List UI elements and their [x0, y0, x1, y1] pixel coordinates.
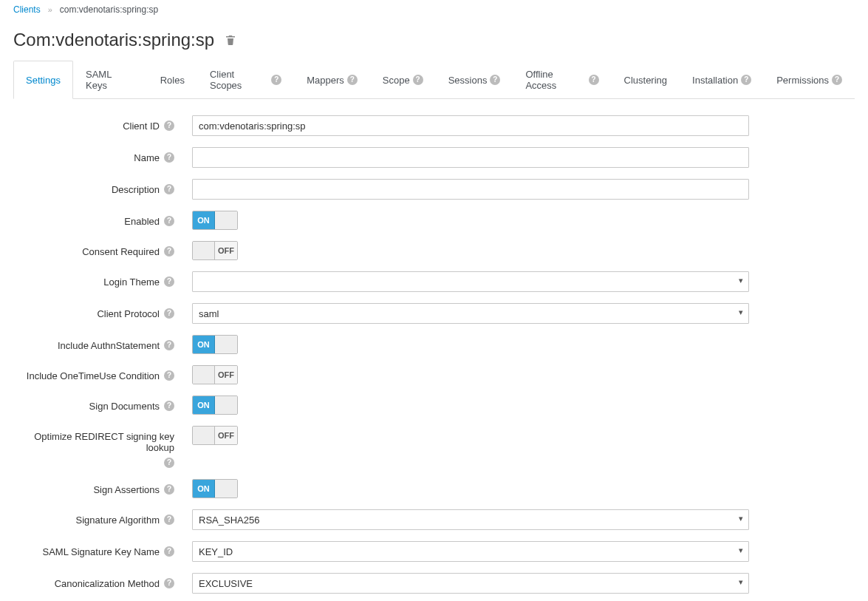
help-icon[interactable]: ? [164, 340, 174, 350]
help-icon[interactable]: ? [164, 515, 174, 525]
help-icon[interactable]: ? [164, 246, 174, 257]
page-title-text: Com:vdenotaris:spring:sp [13, 30, 214, 50]
help-icon[interactable]: ? [164, 370, 174, 381]
tab-client-scopes[interactable]: Client Scopes? [197, 61, 294, 99]
help-icon: ? [589, 75, 599, 85]
tab-saml-keys-label: SAML Keys [86, 69, 135, 91]
tab-settings-label: Settings [26, 75, 61, 86]
tab-roles-label: Roles [160, 75, 185, 86]
consent-required-toggle[interactable]: ONOFF [192, 241, 238, 260]
include-onetime-label: Include OneTimeUse Condition [27, 370, 160, 381]
tabs: Settings SAML Keys Roles Client Scopes? … [13, 61, 855, 99]
login-theme-label: Login Theme [103, 276, 160, 288]
name-label: Name [134, 152, 160, 163]
help-icon: ? [832, 75, 842, 85]
help-icon: ? [490, 75, 500, 85]
help-icon[interactable]: ? [164, 276, 174, 287]
include-authn-toggle[interactable]: ONOFF [192, 335, 238, 354]
description-input[interactable] [192, 179, 749, 200]
trash-icon [225, 34, 236, 46]
toggle-off-label: OFF [215, 211, 237, 229]
toggle-off-label: OFF [215, 480, 237, 498]
tab-client-scopes-label: Client Scopes [210, 69, 268, 91]
toggle-on-label: ON [193, 396, 215, 414]
help-icon[interactable]: ? [164, 484, 174, 495]
tab-clustering-label: Clustering [624, 75, 668, 86]
tab-permissions-label: Permissions [776, 75, 829, 86]
help-icon[interactable]: ? [164, 458, 174, 468]
sign-assertions-toggle[interactable]: ONOFF [192, 479, 238, 498]
tab-roles[interactable]: Roles [148, 61, 197, 99]
tab-offline-access[interactable]: Offline Access? [513, 61, 611, 99]
tab-settings[interactable]: Settings [13, 61, 73, 99]
toggle-off-label: OFF [215, 366, 237, 384]
sign-documents-toggle[interactable]: ONOFF [192, 395, 238, 415]
include-authn-label: Include AuthnStatement [58, 340, 160, 351]
help-icon[interactable]: ? [164, 216, 174, 226]
help-icon[interactable]: ? [164, 120, 174, 131]
breadcrumb-separator-icon: » [48, 5, 52, 14]
toggle-on-label: ON [193, 336, 215, 353]
page-title: Com:vdenotaris:spring:sp [13, 30, 855, 50]
canonicalization-select[interactable]: EXCLUSIVE [192, 573, 749, 594]
canonicalization-label: Canonicalization Method [55, 578, 160, 589]
breadcrumb-current: com:vdenotaris:spring:sp [60, 4, 158, 15]
enabled-toggle[interactable]: ONOFF [192, 211, 238, 230]
client-id-input[interactable] [192, 115, 749, 136]
toggle-off-label: OFF [215, 427, 237, 444]
saml-sig-keyname-label: SAML Signature Key Name [43, 546, 160, 557]
tab-installation[interactable]: Installation? [680, 61, 764, 99]
tab-sessions-label: Sessions [448, 75, 488, 86]
help-icon[interactable]: ? [164, 152, 174, 163]
help-icon: ? [741, 75, 751, 85]
delete-client-button[interactable] [225, 30, 236, 50]
breadcrumb-root-link[interactable]: Clients [13, 4, 41, 15]
toggle-off-label: OFF [215, 242, 237, 259]
toggle-on-label: ON [193, 242, 215, 259]
help-icon[interactable]: ? [164, 578, 174, 588]
toggle-on-label: ON [193, 480, 215, 498]
tab-mappers[interactable]: Mappers? [294, 61, 370, 99]
settings-form: Client ID? Name? Description? Enabled? O… [13, 115, 855, 601]
breadcrumb: Clients » com:vdenotaris:spring:sp [13, 0, 855, 19]
sign-assertions-label: Sign Assertions [93, 484, 160, 495]
tab-mappers-label: Mappers [307, 75, 344, 86]
optimize-redirect-toggle[interactable]: ONOFF [192, 426, 238, 445]
consent-required-label: Consent Required [82, 246, 160, 257]
enabled-label: Enabled [124, 216, 160, 227]
saml-sig-keyname-select[interactable]: KEY_ID [192, 541, 749, 562]
help-icon: ? [271, 75, 281, 85]
help-icon[interactable]: ? [164, 546, 174, 557]
client-protocol-select[interactable]: saml [192, 303, 749, 324]
tab-scope-label: Scope [383, 75, 410, 86]
tab-offline-access-label: Offline Access [525, 69, 585, 91]
toggle-on-label: ON [193, 366, 215, 384]
tab-permissions[interactable]: Permissions? [764, 61, 855, 99]
tab-sessions[interactable]: Sessions? [436, 61, 513, 99]
login-theme-select[interactable] [192, 271, 749, 292]
toggle-off-label: OFF [215, 336, 237, 353]
include-onetime-toggle[interactable]: ONOFF [192, 365, 238, 384]
tab-saml-keys[interactable]: SAML Keys [73, 61, 148, 99]
help-icon: ? [347, 75, 358, 85]
client-protocol-label: Client Protocol [97, 308, 160, 319]
toggle-off-label: OFF [215, 396, 237, 414]
tab-clustering[interactable]: Clustering [612, 61, 680, 99]
description-label: Description [112, 184, 160, 195]
help-icon: ? [413, 75, 423, 85]
name-input[interactable] [192, 147, 749, 168]
optimize-redirect-label: Optimize REDIRECT signing key lookup [13, 431, 174, 453]
tab-scope[interactable]: Scope? [370, 61, 436, 99]
help-icon[interactable]: ? [164, 401, 174, 411]
help-icon[interactable]: ? [164, 308, 174, 319]
toggle-on-label: ON [193, 211, 215, 229]
help-icon[interactable]: ? [164, 184, 174, 194]
client-id-label: Client ID [123, 120, 160, 132]
toggle-on-label: ON [193, 427, 215, 444]
signature-algorithm-label: Signature Algorithm [76, 515, 160, 526]
signature-algorithm-select[interactable]: RSA_SHA256 [192, 509, 749, 530]
tab-installation-label: Installation [692, 75, 738, 86]
sign-documents-label: Sign Documents [89, 401, 160, 412]
